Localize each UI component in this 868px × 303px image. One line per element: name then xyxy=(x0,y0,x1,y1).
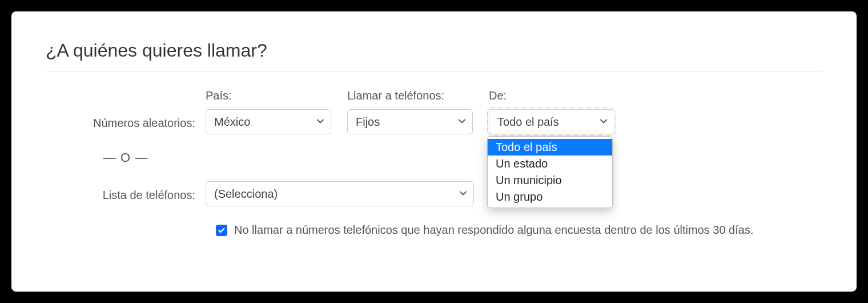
scope-option-un-grupo[interactable]: Un grupo xyxy=(488,189,612,205)
panel-heading: ¿A quiénes quieres llamar? xyxy=(46,40,822,61)
phone-list-select-value: (Selecciona) xyxy=(214,188,278,201)
phone-list-row: Lista de teléfonos: (Selecciona) xyxy=(46,181,822,206)
scope-field: De: Todo el país Todo el país Un estado … xyxy=(489,89,614,134)
call-target-panel: ¿A quiénes quieres llamar? Números aleat… xyxy=(11,11,857,292)
checkmark-icon xyxy=(218,226,226,234)
chevron-down-icon xyxy=(316,115,325,129)
phone-type-select[interactable]: Fijos xyxy=(347,109,473,134)
random-numbers-label: Números aleatorios: xyxy=(46,117,206,134)
scope-option-todo-el-pais[interactable]: Todo el país xyxy=(488,139,612,156)
chevron-down-icon xyxy=(599,115,608,129)
country-label: País: xyxy=(206,89,331,102)
phone-type-field: Llamar a teléfonos: Fijos xyxy=(347,89,473,134)
scope-select-value: Todo el país xyxy=(497,115,559,129)
chevron-down-icon xyxy=(459,188,468,201)
scope-option-un-municipio[interactable]: Un municipio xyxy=(488,172,612,189)
exclude-checkbox[interactable] xyxy=(216,225,227,236)
scope-option-un-estado[interactable]: Un estado xyxy=(488,156,612,172)
heading-divider xyxy=(46,71,822,72)
scope-select[interactable]: Todo el país Todo el país Un estado Un m… xyxy=(489,109,614,134)
exclude-checkbox-label: No llamar a números telefónicos que haya… xyxy=(234,224,753,237)
country-select[interactable]: México xyxy=(206,109,331,134)
random-numbers-row: Números aleatorios: País: México Llamar … xyxy=(46,89,822,134)
phone-type-select-value: Fijos xyxy=(356,115,380,129)
country-select-value: México xyxy=(214,115,250,129)
exclude-checkbox-row: No llamar a números telefónicos que haya… xyxy=(216,224,822,237)
country-field: País: México xyxy=(206,89,331,134)
phone-list-label: Lista de teléfonos: xyxy=(46,189,206,206)
scope-label: De: xyxy=(489,89,614,102)
phone-list-select[interactable]: (Selecciona) xyxy=(206,181,474,206)
phone-list-field: (Selecciona) xyxy=(206,181,474,206)
chevron-down-icon xyxy=(457,115,467,129)
scope-dropdown: Todo el país Un estado Un municipio Un g… xyxy=(487,136,613,208)
or-separator: — O — xyxy=(46,150,206,165)
phone-type-label: Llamar a teléfonos: xyxy=(347,89,473,102)
